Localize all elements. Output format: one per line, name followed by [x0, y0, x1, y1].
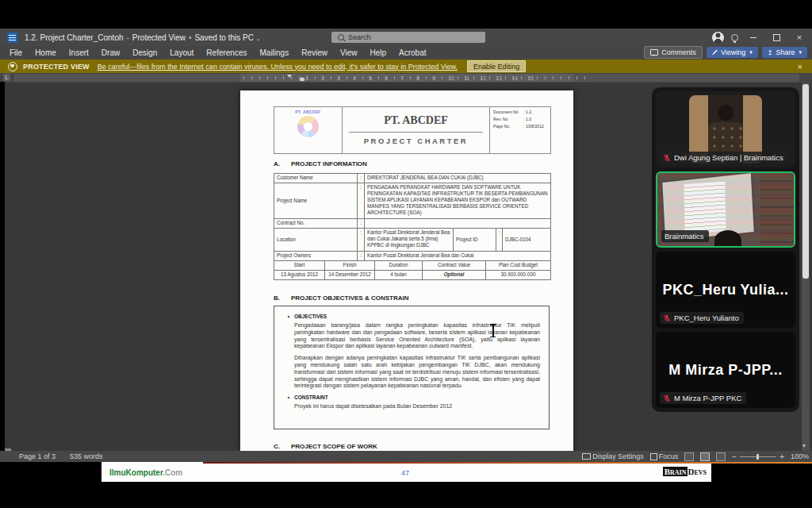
- screen: 1.2. Project Charter_Contoh-Protected Vi…: [0, 0, 812, 508]
- first-line-indent-marker[interactable]: [287, 75, 292, 78]
- lightbulb-icon[interactable]: [731, 34, 738, 41]
- scrollbar-thumb[interactable]: [802, 84, 809, 279]
- text-cursor-ibeam: [489, 324, 496, 338]
- tab-help[interactable]: Help: [363, 48, 393, 57]
- shield-icon: [8, 62, 17, 71]
- ruler-number: 3: [337, 75, 340, 82]
- save-location-label[interactable]: Saved to this PC: [194, 33, 253, 42]
- doc-logo-cell: PT. ABCDEF: [274, 107, 343, 153]
- focus-button[interactable]: Focus: [650, 452, 679, 460]
- table-row: Project Name : PENGADAAN PERANGKAT HARDW…: [274, 183, 550, 219]
- participant-name-label: Dwi Agung Septian | Brainmatics: [660, 152, 788, 164]
- zoom-slider-thumb[interactable]: [756, 454, 759, 460]
- table-row: Project Owners : Kantor Pusat Direktorat…: [274, 252, 550, 261]
- read-mode-button[interactable]: [684, 452, 694, 461]
- viewing-mode-button[interactable]: Viewing▾: [707, 47, 758, 58]
- tab-home[interactable]: Home: [29, 48, 63, 57]
- participant-tile-pkc-heru[interactable]: PKC_Heru Yulia... PKC_Heru Yulianto: [656, 252, 795, 328]
- tab-mailings[interactable]: Mailings: [253, 48, 295, 57]
- tab-design[interactable]: Design: [126, 48, 163, 57]
- footer-white-band: IlmuKomputer.Com 47 BrainDevs: [102, 462, 711, 482]
- page-indicator[interactable]: Page 1 of 3: [19, 452, 56, 460]
- left-black-edge: [0, 82, 5, 462]
- participant-tile-brainmatics-active[interactable]: Brainmatics: [656, 171, 795, 248]
- section-c-heading: C.PROJECT SCOPE OF WORK: [274, 443, 377, 450]
- word-count[interactable]: 535 words: [70, 452, 103, 460]
- minimize-button[interactable]: [745, 31, 761, 44]
- participant-name-label: PKC_Heru Yulianto: [660, 312, 744, 324]
- zoom-in-button[interactable]: +: [779, 452, 784, 461]
- participant-name-label: M Mirza P-JPP PKC: [660, 392, 746, 404]
- document-page[interactable]: PT. ABCDEF PT. ABCDEF PROJECT CHARTER Do…: [240, 90, 573, 451]
- ruler-number: 4: [353, 75, 356, 82]
- search-placeholder: Search: [348, 33, 371, 41]
- zoom-slider[interactable]: [740, 456, 776, 457]
- document-title: 1.2. Project Charter_Contoh: [25, 33, 124, 42]
- share-button[interactable]: ↥ Share▾: [762, 47, 807, 58]
- search-input[interactable]: Search: [331, 32, 485, 43]
- objectives-bullet: •OBJECTIVES: [283, 314, 540, 319]
- participant-tile-m-mirza[interactable]: M Mirza P-JPP... M Mirza P-JPP PKC: [656, 332, 795, 408]
- account-avatar[interactable]: [712, 32, 724, 44]
- tab-file[interactable]: File: [3, 48, 29, 57]
- zoom-out-button[interactable]: −: [732, 452, 737, 461]
- chevron-down-icon: ▾: [799, 49, 802, 56]
- tab-layout[interactable]: Layout: [163, 48, 200, 57]
- tab-draw[interactable]: Draw: [95, 48, 126, 57]
- comments-button[interactable]: Comments: [644, 46, 703, 59]
- ruler-number: 10: [448, 75, 454, 82]
- ruler-number: 2: [321, 75, 324, 82]
- table-row: Contract No. :: [274, 219, 550, 229]
- participant-tile-dwi-agung[interactable]: Dwi Agung Septian | Brainmatics: [656, 91, 795, 167]
- muted-mic-icon: [663, 394, 671, 402]
- ruler-number: 13: [496, 75, 502, 82]
- print-layout-button[interactable]: [700, 452, 710, 461]
- protected-view-banner: PROTECTED VIEW Be careful—files from the…: [0, 60, 812, 73]
- search-icon: [338, 34, 344, 40]
- ruler-number: 8: [416, 75, 419, 82]
- ruler-strip: 123456789101112131415: [14, 74, 799, 82]
- vertical-scrollbar[interactable]: ▾: [802, 83, 810, 451]
- tab-references[interactable]: References: [200, 48, 253, 57]
- protected-view-label: Protected View: [132, 33, 186, 42]
- project-info-table: Customer Name : DIREKTORAT JENDERAL BEA …: [274, 173, 551, 280]
- constraint-text: Proyek ini harus dapat diselesaikan pada…: [294, 403, 540, 410]
- ruler-number: 14: [511, 75, 518, 82]
- doc-header-table: PT. ABCDEF PT. ABCDEF PROJECT CHARTER Do…: [274, 106, 551, 154]
- table-row-schedule-header: Start Finish Duration Contract Value Pla…: [274, 261, 550, 271]
- zoom-percentage[interactable]: 100%: [791, 452, 809, 460]
- banner-close-icon[interactable]: ×: [798, 62, 802, 71]
- slide-footer-strip: IlmuKomputer.Com 47 BrainDevs: [0, 462, 812, 482]
- table-row: Customer Name : DIREKTORAT JENDERAL BEA …: [274, 174, 550, 183]
- top-black-bar: [0, 0, 812, 29]
- ruler-number: 15: [527, 75, 534, 82]
- objectives-paragraph-2: Diharapkan dengan adanya peningkatan kap…: [294, 355, 540, 390]
- footer-accent-line: [203, 462, 812, 464]
- zoom-control: − +: [732, 452, 784, 461]
- display-settings-button[interactable]: Display Settings: [582, 452, 644, 460]
- focus-icon: [650, 453, 657, 460]
- scrollbar-down-arrow[interactable]: ▾: [802, 442, 806, 449]
- ilmukomputer-logo: IlmuKomputer.Com: [109, 468, 182, 477]
- constraint-bullet: •CONSTRAINT: [283, 394, 540, 400]
- enable-editing-button[interactable]: Enable Editing: [467, 60, 526, 72]
- company-name: PT. ABCDEF: [343, 114, 489, 127]
- tab-selector[interactable]: L: [3, 74, 10, 81]
- objectives-paragraph-1: Pengadaaan barang/jasa dalam rangka peni…: [294, 322, 540, 350]
- ruler-number: 11: [464, 75, 469, 82]
- tab-view[interactable]: View: [334, 48, 364, 57]
- chevron-down-icon: ▾: [749, 49, 753, 56]
- banner-message[interactable]: Be careful—files from the Internet can c…: [98, 63, 458, 71]
- ruler-number: 5: [369, 75, 372, 82]
- tab-acrobat[interactable]: Acrobat: [393, 48, 432, 57]
- ribbon-right-actions: Comments Viewing▾ ↥ Share▾: [644, 45, 807, 60]
- comments-icon: [650, 49, 658, 56]
- word-app-icon[interactable]: [7, 33, 17, 43]
- web-layout-button[interactable]: [716, 452, 726, 461]
- restore-button[interactable]: [768, 31, 784, 44]
- tab-review[interactable]: Review: [295, 48, 334, 57]
- braindevs-logo: BrainDevs: [663, 467, 707, 476]
- logo-caption: PT. ABCDEF: [274, 110, 342, 114]
- tab-insert[interactable]: Insert: [63, 48, 95, 57]
- close-button[interactable]: ×: [791, 31, 807, 44]
